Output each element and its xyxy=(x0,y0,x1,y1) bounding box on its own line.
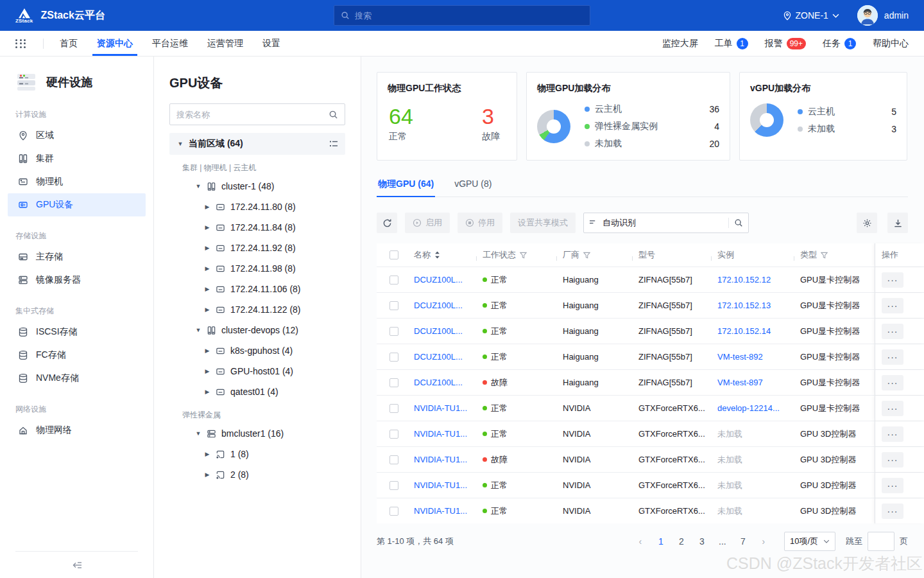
tree-node-host[interactable]: ▶ GPU-host01 (4) xyxy=(169,361,345,381)
tree-node-host[interactable]: ▶ 172.24.11.122 (8) xyxy=(169,299,345,320)
page-number[interactable]: 7 xyxy=(735,533,751,550)
row-actions-button[interactable]: ··· xyxy=(882,298,903,313)
tree-node-host[interactable]: ▶ 172.24.11.80 (8) xyxy=(169,197,345,217)
nav-item-resource-center[interactable]: 资源中心 xyxy=(87,31,142,56)
sidebar-item-host[interactable]: 物理机 xyxy=(8,170,146,193)
nav-item-settings[interactable]: 设置 xyxy=(253,31,290,56)
tab-physical-gpu[interactable]: 物理GPU (64) xyxy=(377,175,435,197)
caret-right-icon[interactable]: ▶ xyxy=(204,286,210,292)
row-checkbox[interactable] xyxy=(389,430,398,439)
instance-link[interactable]: VM-test-897 xyxy=(717,378,763,387)
row-checkbox[interactable] xyxy=(389,481,398,490)
table-search[interactable]: 自动识别 xyxy=(583,213,749,233)
row-checkbox[interactable] xyxy=(389,327,398,336)
sidebar-item-gpu-device[interactable]: GPU设备 xyxy=(8,193,146,216)
row-actions-button[interactable]: ··· xyxy=(882,349,903,365)
caret-down-icon[interactable]: ▼ xyxy=(195,183,201,189)
sidebar-item-physical-network[interactable]: 物理网络 xyxy=(8,419,146,442)
tree-node-baremetal-instance[interactable]: ▶ 2 (8) xyxy=(169,464,345,485)
row-actions-button[interactable]: ··· xyxy=(882,504,903,519)
row-checkbox[interactable] xyxy=(389,301,398,310)
row-actions-button[interactable]: ··· xyxy=(882,401,903,416)
tree-node-host[interactable]: ▶ k8s-gpuhost (4) xyxy=(169,340,345,361)
tree-node-cluster-1[interactable]: ▼ cluster-1 (48) xyxy=(169,176,345,197)
caret-right-icon[interactable]: ▶ xyxy=(204,224,210,231)
nav-monitor-screen[interactable]: 监控大屏 xyxy=(662,38,698,49)
row-checkbox[interactable] xyxy=(389,276,398,285)
gpu-name-link[interactable]: NVIDIA-TU1... xyxy=(414,480,467,490)
nav-tickets[interactable]: 工单1 xyxy=(715,38,748,49)
instance-link[interactable]: 172.10.152.14 xyxy=(717,326,771,336)
row-actions-button[interactable]: ··· xyxy=(882,324,903,339)
caret-right-icon[interactable]: ▶ xyxy=(204,306,210,313)
zone-selector[interactable]: ZONE-1 xyxy=(783,10,839,21)
enable-button[interactable]: 启用 xyxy=(405,213,450,233)
caret-right-icon[interactable]: ▶ xyxy=(204,347,210,354)
caret-right-icon[interactable]: ▶ xyxy=(204,245,210,251)
sort-icon[interactable] xyxy=(434,251,440,259)
gpu-name-link[interactable]: DCUZ100L... xyxy=(414,326,463,336)
gpu-name-link[interactable]: NVIDIA-TU1... xyxy=(414,506,467,516)
page-number[interactable]: 1 xyxy=(653,533,669,550)
global-search[interactable] xyxy=(334,5,590,26)
page-number[interactable]: 2 xyxy=(674,533,689,550)
tree-node-host[interactable]: ▶ 172.24.11.98 (8) xyxy=(169,258,345,279)
sidebar-item-primary-storage[interactable]: 主存储 xyxy=(8,245,146,268)
row-checkbox[interactable] xyxy=(389,507,398,516)
tree-node-host[interactable]: ▶ qatest01 (4) xyxy=(169,381,345,402)
instance-link[interactable]: 未加载 xyxy=(717,428,742,440)
instance-link[interactable]: develop-12214... xyxy=(717,403,780,413)
gpu-name-link[interactable]: NVIDIA-TU1... xyxy=(414,429,467,439)
tree-node-host[interactable]: ▶ 172.24.11.106 (8) xyxy=(169,279,345,299)
app-launcher-icon[interactable] xyxy=(15,39,26,48)
instance-link[interactable]: 未加载 xyxy=(717,480,742,491)
row-actions-button[interactable]: ··· xyxy=(882,272,903,288)
sidebar-item-region[interactable]: 区域 xyxy=(8,124,146,147)
page-number[interactable]: 3 xyxy=(694,533,710,550)
row-checkbox[interactable] xyxy=(389,404,398,413)
user-avatar[interactable] xyxy=(857,5,878,26)
next-page-button[interactable]: › xyxy=(756,533,771,550)
refresh-button[interactable] xyxy=(377,213,397,233)
gpu-name-link[interactable]: DCUZ100L... xyxy=(414,378,463,387)
prev-page-button[interactable]: ‹ xyxy=(633,533,648,550)
sidebar-item-nvme[interactable]: NVMe存储 xyxy=(8,367,146,390)
row-checkbox[interactable] xyxy=(389,378,398,387)
caret-right-icon[interactable]: ▶ xyxy=(204,368,210,374)
filter-funnel-icon[interactable] xyxy=(821,252,828,259)
tree-search-input[interactable] xyxy=(176,110,323,119)
row-checkbox[interactable] xyxy=(389,353,398,362)
gpu-name-link[interactable]: DCUZ100L... xyxy=(414,275,463,285)
sidebar-collapse-button[interactable] xyxy=(15,551,138,578)
nav-item-home[interactable]: 首页 xyxy=(50,31,87,56)
filter-funnel-icon[interactable] xyxy=(583,252,590,259)
caret-right-icon[interactable]: ▶ xyxy=(204,471,210,478)
brand[interactable]: ZStack ZStack云平台 xyxy=(15,8,105,24)
instance-link[interactable]: 未加载 xyxy=(717,454,742,466)
tree-node-bmcluster1[interactable]: ▼ bmcluster1 (16) xyxy=(169,423,345,444)
nav-item-operation-mgmt[interactable]: 运营管理 xyxy=(198,31,253,56)
tree-search[interactable] xyxy=(169,103,345,125)
username[interactable]: admin xyxy=(884,10,909,21)
nav-tasks[interactable]: 任务1 xyxy=(823,38,856,49)
tab-vgpu[interactable]: vGPU (8) xyxy=(453,175,493,197)
nav-item-platform-ops[interactable]: 平台运维 xyxy=(142,31,198,56)
gpu-name-link[interactable]: DCUZ100L... xyxy=(414,301,463,310)
nav-help-center[interactable]: 帮助中心 xyxy=(873,38,909,49)
instance-link[interactable]: 172.10.152.12 xyxy=(717,275,771,285)
caret-right-icon[interactable]: ▶ xyxy=(204,389,210,395)
tree-node-host[interactable]: ▶ 172.24.11.84 (8) xyxy=(169,217,345,238)
gpu-name-link[interactable]: NVIDIA-TU1... xyxy=(414,403,467,413)
export-download-button[interactable] xyxy=(887,213,908,233)
caret-down-icon[interactable]: ▼ xyxy=(177,141,184,147)
select-all-checkbox[interactable] xyxy=(389,250,398,259)
sidebar-item-iscsi[interactable]: ISCSI存储 xyxy=(8,320,146,344)
page-ellipsis[interactable]: ... xyxy=(715,533,730,550)
tree-node-cluster-devops[interactable]: ▼ cluster-devops (12) xyxy=(169,320,345,340)
page-size-select[interactable]: 10项/页 xyxy=(784,532,835,551)
set-share-mode-button[interactable]: 设置共享模式 xyxy=(510,213,576,233)
global-search-input[interactable] xyxy=(355,11,583,21)
caret-right-icon[interactable]: ▶ xyxy=(204,265,210,272)
row-checkbox[interactable] xyxy=(389,455,398,464)
caret-down-icon[interactable]: ▼ xyxy=(195,327,201,333)
